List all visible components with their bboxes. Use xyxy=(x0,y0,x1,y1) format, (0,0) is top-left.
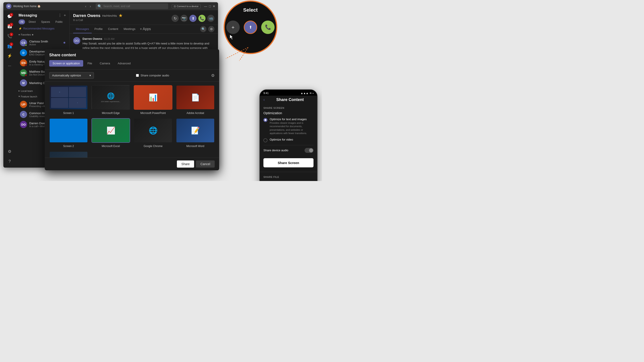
share-settings-btn[interactable]: ⚙ xyxy=(211,73,215,78)
sidebar-add-btn[interactable]: ＋ xyxy=(63,13,67,18)
search-input[interactable] xyxy=(103,5,166,8)
chevron-down-icon: ▾ xyxy=(18,33,20,36)
share-thumb-webex: 💼 xyxy=(49,151,88,158)
callout-add-btn[interactable]: ＋ xyxy=(226,20,240,34)
phone-share-screen-btn[interactable]: Share Screen xyxy=(264,158,314,167)
connect-device-btn[interactable]: ⊡ Connect to a device xyxy=(172,4,200,8)
avatar-common: C xyxy=(20,111,27,118)
phone-option-text: Optimize for text and images Provides cl… xyxy=(264,117,314,135)
nav-icon-calls[interactable]: 📞1 xyxy=(5,32,14,41)
radio-selected[interactable] xyxy=(264,118,268,122)
star-icon: ★ xyxy=(119,13,122,18)
share-thumb-ppt: 📊 xyxy=(134,85,172,110)
phone-file-photo[interactable]: 🖼 Photo › xyxy=(264,180,314,181)
camera-btn[interactable]: 📷 xyxy=(180,15,188,22)
dropdown-arrow: ▾ xyxy=(90,74,91,77)
phone-toggle[interactable] xyxy=(304,148,314,153)
phone-section-share-file: SHARE FILE 🖼 Photo › 📄 File xyxy=(260,173,317,181)
contact-status: Active xyxy=(29,43,61,46)
chat-user-name: Darren Owens xyxy=(73,13,100,18)
window-title: Working from home 🏠 xyxy=(13,5,82,8)
contact-item-clarissa[interactable]: CS Clarissa Smith Active xyxy=(17,38,68,48)
share-item-word[interactable]: 📝 Microsoft Word xyxy=(176,118,215,148)
sidebar-tab-spaces[interactable]: Spaces xyxy=(39,19,52,24)
wifi-icon: ≋ xyxy=(310,92,312,95)
share-item-edge[interactable]: 🌐 10X better experiences... Microsoft Ed… xyxy=(92,85,130,115)
share-thumb-acrobat: 📄 xyxy=(176,85,215,110)
share-item-label: Microsoft Edge xyxy=(102,111,120,115)
share-tab-advanced[interactable]: Advanced xyxy=(114,60,134,67)
audio-share-option: Share computer audio xyxy=(136,74,169,77)
nav-icon-help[interactable]: ? xyxy=(5,157,14,166)
search-icon-btn[interactable]: 🔍 xyxy=(200,26,206,32)
share-item-chrome[interactable]: 🌐 Google Chrome xyxy=(134,118,172,148)
share-item-label: Microsoft PowerPoint xyxy=(140,111,166,115)
nav-icon-people[interactable]: 👥1 xyxy=(5,41,14,50)
avatar-umar: UP xyxy=(20,101,27,108)
user-avatar-title: W xyxy=(6,3,12,9)
callout-share-btn[interactable]: ⬆ xyxy=(244,20,257,34)
minimize-btn[interactable]: — xyxy=(204,4,207,8)
share-item-screen2[interactable]: Screen 2 xyxy=(49,118,88,148)
favorites-section[interactable]: ▾ Favorites ★ xyxy=(16,32,69,37)
chat-tab-profile[interactable]: Profile xyxy=(92,25,105,33)
phone-back-btn[interactable]: ‹ xyxy=(264,97,265,102)
signal-icon: ▲▲▲ xyxy=(300,92,308,95)
phone-time: 9:41 xyxy=(264,92,268,95)
msg-avatar: DO xyxy=(73,37,80,44)
nav-icon-calendar[interactable]: 📅1 xyxy=(5,22,14,31)
settings-icon-btn[interactable]: ⚙ xyxy=(208,26,214,32)
callout-call-btn[interactable]: 📞 xyxy=(261,20,274,34)
recommended-section[interactable]: ⚡ Recommended Messages xyxy=(16,26,69,31)
option1-desc: Provides clearer images and is recommend… xyxy=(270,121,314,135)
video-btn[interactable]: 📹 xyxy=(207,15,214,22)
share-item-webex[interactable]: 💼 Webex xyxy=(49,151,88,158)
refresh-btn[interactable]: ↻ xyxy=(172,15,179,22)
share-button[interactable]: Share xyxy=(177,160,194,168)
optimize-dropdown[interactable]: Automatically optimize ▾ xyxy=(49,72,94,79)
maximize-btn[interactable]: □ xyxy=(209,4,211,8)
left-nav: 💬5 📅1 📞1 👥1 ⚡ ··· ⚙ ? xyxy=(3,10,16,168)
share-btn[interactable]: ⬆ xyxy=(190,15,196,22)
sidebar-filter-btn[interactable]: ⋮ xyxy=(58,13,62,18)
nav-forward-btn[interactable]: › xyxy=(88,4,92,8)
sidebar-tabs: All Direct Spaces Public xyxy=(16,19,69,24)
sidebar-tab-direct[interactable]: Direct xyxy=(27,19,37,24)
status-dnd xyxy=(25,74,27,76)
sidebar-tab-public[interactable]: Public xyxy=(54,19,64,24)
callout-select-label: Select xyxy=(243,7,258,13)
avatar-marketing: M xyxy=(20,79,27,86)
sidebar-title: Messaging xyxy=(18,13,37,17)
chat-tab-content[interactable]: Content xyxy=(105,25,121,33)
nav-icon-more[interactable]: ··· xyxy=(5,61,14,70)
nav-icon-activity[interactable]: ⚡ xyxy=(5,51,14,60)
sidebar-tab-all[interactable]: All xyxy=(18,19,25,24)
share-dialog-tabs: Screen or application File Camera Advanc… xyxy=(49,60,215,67)
unread-indicator xyxy=(64,42,65,43)
window-controls: — □ ✕ xyxy=(204,4,215,8)
cancel-button[interactable]: Cancel xyxy=(196,160,215,168)
share-tab-camera[interactable]: Camera xyxy=(96,60,113,67)
share-tab-file[interactable]: File xyxy=(84,60,96,67)
radio-empty[interactable] xyxy=(264,138,268,142)
audio-checkbox[interactable] xyxy=(136,74,139,77)
chat-call-status: In a Call xyxy=(73,18,122,22)
nav-arrows: ‹ › xyxy=(84,4,92,8)
share-item-screen1[interactable]: ▪▪ ▪ Screen 1 xyxy=(49,85,88,115)
chat-tab-messages[interactable]: Messages xyxy=(73,25,92,33)
nav-icon-settings[interactable]: ⚙ xyxy=(5,147,14,156)
share-dialog-body: ▪▪ ▪ Screen 1 🌐 10X better experiences..… xyxy=(45,81,219,158)
call-btn[interactable]: 📞 xyxy=(198,15,206,22)
share-item-excel[interactable]: 📈 Microsoft Excel xyxy=(92,118,130,148)
chat-tab-apps[interactable]: + Apps xyxy=(138,25,152,33)
share-item-acrobat[interactable]: 📄 Adobe Acrobat xyxy=(176,85,215,115)
chevron-down-icon: ▾ xyxy=(18,95,20,98)
optimization-label: Optimization xyxy=(264,111,314,115)
nav-back-btn[interactable]: ‹ xyxy=(84,4,88,8)
share-tab-screen[interactable]: Screen or application xyxy=(49,60,83,67)
chat-tab-meetings[interactable]: Meetings xyxy=(121,25,138,33)
share-item-ppt[interactable]: 📊 Microsoft PowerPoint xyxy=(134,85,172,115)
phone-status-bar: 9:41 ▲▲▲ ≋ ▪ xyxy=(260,90,317,96)
close-btn[interactable]: ✕ xyxy=(213,4,215,8)
nav-icon-chat[interactable]: 💬5 xyxy=(5,12,14,21)
